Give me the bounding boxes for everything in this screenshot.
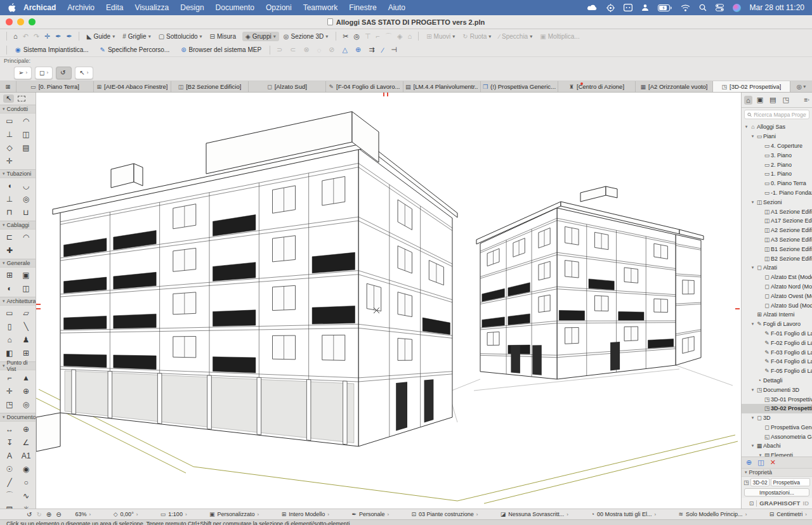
close-window-button[interactable]	[6, 18, 13, 25]
wifi-icon[interactable]	[681, 4, 690, 11]
quick-option[interactable]: ◪ Nessuna Sovrascritt... ›	[501, 511, 568, 517]
tree-item[interactable]: ✎ F-01 Foglio di Lavoro	[742, 329, 812, 339]
menu-item[interactable]: Documento	[210, 3, 260, 12]
zoom-window-button[interactable]	[29, 18, 36, 25]
zoom-control-icon[interactable]: ↻	[36, 511, 41, 518]
toolbar-icon[interactable]: ⌐	[374, 32, 382, 41]
mep-toolbar-icon[interactable]: ∕	[380, 46, 385, 55]
camera-3d-dropdown[interactable]: ◎ ▾	[790, 81, 812, 92]
tool-icon[interactable]: ⊞	[18, 346, 34, 360]
mep-toolbar-icon[interactable]: ⊃	[275, 45, 284, 55]
siri-icon[interactable]	[733, 4, 741, 12]
tree-item[interactable]: ▭ 4. Coperture	[742, 141, 812, 151]
menu-item[interactable]: Finestre	[343, 3, 382, 12]
toolbar-icon[interactable]: ⌂	[11, 32, 20, 41]
tree-item[interactable]: ✎ F-05 Foglio di Lavoro	[742, 366, 812, 376]
tool-icon[interactable]: ∠	[18, 436, 34, 449]
tool-icon[interactable]: A	[1, 449, 18, 462]
mep-toolbar-icon[interactable]: △	[341, 45, 350, 55]
tool-icon[interactable]: ☉	[1, 462, 18, 476]
battery-icon[interactable]	[658, 4, 672, 11]
tool-icon[interactable]: ◠	[18, 230, 34, 243]
layout-book-icon[interactable]: ▤	[768, 95, 778, 105]
tree-item[interactable]: ▾ ◫ Sezioni	[742, 197, 812, 207]
toolbar-dropdown-button[interactable]: # Griglie ▾	[119, 32, 154, 41]
tool-icon[interactable]: ◡	[18, 179, 34, 192]
user-icon[interactable]	[641, 4, 649, 11]
tool-icon[interactable]: ◠	[18, 114, 34, 127]
tree-item[interactable]: ▭ 3. Piano	[742, 150, 812, 160]
tree-item[interactable]: ◫ B2 Sezione Edificio (M...	[742, 254, 812, 263]
tool-icon[interactable]: ◎	[18, 398, 34, 411]
toolbar-transform-button[interactable]: ▣ Moltiplica...	[537, 32, 584, 41]
toolbar-dropdown-button[interactable]: ◈ Gruppi ▾	[242, 32, 279, 41]
view-tab[interactable]: ✎ [F-04 Foglio di Lavoro...	[326, 81, 403, 92]
tool-icon[interactable]: A1	[18, 449, 34, 462]
tree-item[interactable]: ✎ F-04 Foglio di Lavoro	[742, 357, 812, 366]
toolbox-section-header[interactable]: ▾ Tubazioni	[0, 169, 36, 178]
zoom-control-icon[interactable]: ⊕	[46, 511, 51, 518]
mep-toolbar-icon[interactable]: ⇉	[367, 45, 376, 55]
tree-item[interactable]: ◳ 3D-01 Prospettiva (M...	[742, 394, 812, 404]
tree-item[interactable]: ▾ ⌂ Alloggi Sas	[742, 122, 812, 132]
mep-toolbar-button[interactable]: ◉ Sistema Impiantistica...	[11, 45, 93, 55]
tool-icon[interactable]: ⌐	[1, 371, 18, 384]
tool-icon[interactable]: ╱	[1, 476, 18, 489]
tree-expander-icon[interactable]: ▾	[750, 265, 756, 270]
quick-option[interactable]: ✒ Personale ›	[351, 511, 389, 517]
window-switch-icon[interactable]: ⊡	[749, 500, 754, 507]
tool-icon[interactable]: ↔	[1, 422, 18, 436]
marquee-tool[interactable]	[18, 96, 25, 101]
zoom-control-icon[interactable]: ⊖	[56, 511, 61, 518]
view-tab[interactable]: ▤ [LM.4.4 Planivolumentr...	[403, 81, 481, 92]
mep-toolbar-icon[interactable]: ⊣	[389, 45, 399, 55]
quick-option[interactable]: ⊞ Intero Modello ›	[282, 511, 329, 517]
arrow-tool[interactable]: ↖	[3, 94, 14, 103]
search-icon[interactable]	[699, 4, 707, 11]
publisher-icon[interactable]: ◳	[780, 95, 790, 105]
control-center-icon[interactable]	[716, 4, 724, 11]
tree-item[interactable]: ⊞ Alzati Interni	[742, 310, 812, 320]
tool-icon[interactable]: ⊕	[18, 384, 34, 398]
navigator-search-input[interactable]: Ricerca Mappa Progetto	[744, 110, 809, 119]
toolbar-icon[interactable]: ↷	[32, 32, 41, 41]
toolbox-section-header[interactable]: ▾ Condotti	[0, 105, 36, 113]
toolbar-icon[interactable]: ⊤	[363, 32, 373, 41]
tool-icon[interactable]: ⊞	[1, 268, 18, 282]
toolbar-transform-button[interactable]: ∕ Specchia ▾	[495, 32, 535, 41]
menu-clock[interactable]: Mar 28 ott 11:20	[750, 3, 805, 12]
toolbar-transform-button[interactable]: ↻ Ruota ▾	[459, 32, 494, 41]
tree-item[interactable]: ◻ Prospettiva Generica	[742, 423, 812, 432]
tool-icon[interactable]: ⊥	[1, 127, 18, 141]
menu-item[interactable]: Teamwork	[298, 3, 344, 12]
cloud-icon[interactable]	[587, 4, 598, 11]
tool-icon[interactable]: ⊔	[18, 205, 34, 219]
quick-option[interactable]: ⊟ Centimetri ›	[769, 511, 807, 517]
menu-item[interactable]: Design	[174, 3, 209, 12]
tree-item[interactable]: ✎ F-02 Foglio di Lavoro	[742, 338, 812, 347]
minimize-window-button[interactable]	[17, 18, 24, 25]
toolbar-icon[interactable]: ◎	[351, 32, 362, 41]
settings-button[interactable]: Impostazioni...	[744, 488, 809, 496]
quick-option[interactable]: ▣ Personalizzato ›	[209, 511, 259, 517]
tool-icon[interactable]: ◖	[1, 179, 18, 192]
navigator-menu-icon[interactable]: ≡›	[804, 96, 809, 103]
tree-expander-icon[interactable]: ▾	[750, 415, 756, 420]
tree-item[interactable]: ▭ 2. Piano	[742, 160, 812, 169]
tool-icon[interactable]: ⊏	[1, 230, 18, 243]
viewpoint-name-field[interactable]: Prospettiva	[771, 478, 810, 486]
mep-toolbar-icon[interactable]: ⊕	[353, 45, 363, 55]
tree-item[interactable]: ◫ B1 Sezione Edificio (M...	[742, 244, 812, 254]
settings-icon[interactable]	[606, 4, 615, 12]
tool-icon[interactable]: ◐	[1, 282, 18, 295]
tree-item[interactable]: ▾ ▤ Elementi	[742, 451, 812, 457]
mep-toolbar-icon[interactable]: ⊗	[302, 45, 311, 55]
tool-icon[interactable]: ◎	[18, 192, 34, 205]
mep-toolbar-button[interactable]: ⊛ Browser del sistema MEP	[177, 45, 265, 55]
tool-icon[interactable]: ✛	[1, 154, 18, 167]
add-viewpoint-icon[interactable]: ⊕	[746, 458, 752, 467]
principale-button[interactable]: ◻ ›	[35, 67, 53, 79]
tree-item[interactable]: ▾ ◻ Alzati	[742, 263, 812, 273]
toolbox-section-header[interactable]: ▾ Punto di Vist	[0, 361, 36, 370]
menu-item[interactable]: Edita	[100, 3, 129, 12]
